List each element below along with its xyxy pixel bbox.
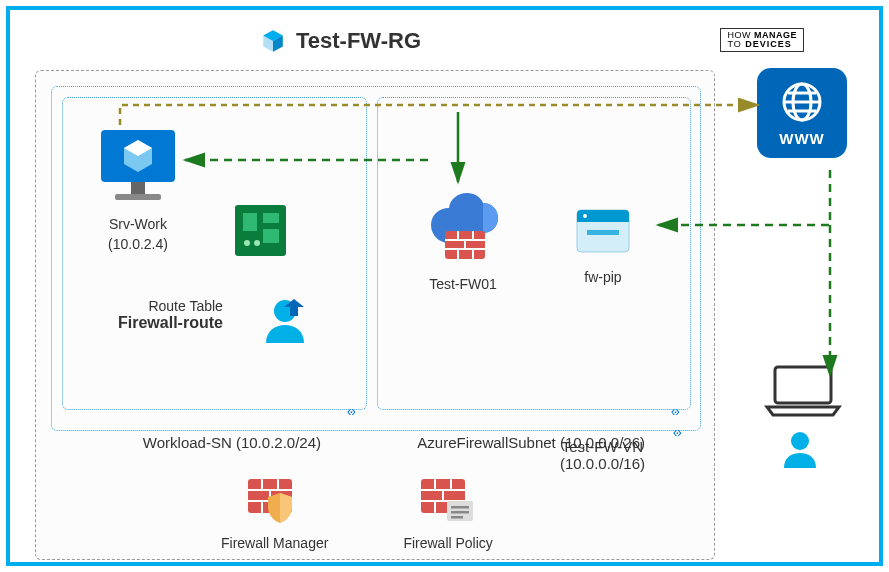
nic-icon-block — [233, 203, 288, 262]
title-bar: Test-FW-RG — [260, 28, 421, 54]
globe-icon — [780, 80, 824, 128]
laptop-icon — [763, 363, 843, 422]
svg-rect-41 — [451, 511, 469, 514]
firewall-manager-block: Firewall Manager — [221, 477, 328, 551]
firewall-name: Test-FW01 — [423, 276, 503, 292]
svg-rect-6 — [263, 229, 279, 243]
www-label: WWW — [779, 130, 824, 147]
svg-point-7 — [244, 240, 250, 246]
firewall-cloud-icon — [423, 254, 503, 271]
vnet-label: Test-FW-VN (10.0.0.0/16) — [560, 438, 645, 472]
svg-rect-42 — [451, 516, 463, 519]
firewall-policy-block: Firewall Policy — [403, 477, 492, 551]
firewall-icon-block: Test-FW01 — [423, 193, 503, 292]
svg-rect-1 — [131, 182, 145, 194]
svg-rect-4 — [243, 213, 257, 231]
route-table-label: Route Table Firewall-route — [118, 298, 223, 332]
watermark-logo: HOW MANAGE TO DEVICES — [720, 28, 804, 52]
svg-rect-20 — [577, 219, 629, 222]
svg-rect-2 — [115, 194, 161, 200]
vm-icon-block: Srv-Work (10.0.2.4) — [93, 128, 183, 252]
firewall-subnet-box: Test-FW01 fw-pip — [377, 97, 691, 410]
nic-icon — [233, 244, 288, 261]
svg-rect-40 — [451, 506, 469, 509]
pip-name: fw-pip — [573, 269, 633, 285]
svg-rect-22 — [587, 230, 619, 235]
pip-icon-block: fw-pip — [573, 206, 633, 285]
firewall-policy-icon — [419, 513, 477, 530]
outer-frame: Test-FW-RG HOW MANAGE TO DEVICES — [6, 6, 883, 566]
user-route-icon — [258, 334, 313, 351]
internet-box: WWW — [757, 68, 847, 158]
bottom-icons-row: Firewall Manager — [221, 477, 493, 551]
vnet-box: Srv-Work (10.0.2.4) — [51, 86, 701, 431]
svg-point-8 — [254, 240, 260, 246]
firewall-manager-icon — [246, 513, 304, 530]
vm-ip: (10.0.2.4) — [93, 236, 183, 252]
vm-name: Srv-Work — [93, 216, 183, 232]
page-title: Test-FW-RG — [296, 28, 421, 54]
svg-point-47 — [791, 432, 809, 450]
vm-icon — [93, 194, 183, 211]
svg-point-21 — [583, 214, 587, 218]
svg-rect-46 — [775, 367, 831, 403]
peering-icon: ‹·› — [673, 424, 680, 440]
resource-group-box: Srv-Work (10.0.2.4) — [35, 70, 715, 560]
public-ip-icon — [573, 247, 633, 264]
workload-subnet-label: Workload-SN (10.0.2.0/24) — [143, 434, 321, 451]
route-user-icon-block — [258, 293, 313, 352]
peering-icon: ‹·› — [347, 403, 354, 419]
external-user-icon — [779, 428, 821, 474]
peering-icon: ‹·› — [671, 403, 678, 419]
workload-subnet-box: Srv-Work (10.0.2.4) — [62, 97, 367, 410]
svg-rect-5 — [263, 213, 279, 223]
resource-group-icon — [260, 28, 286, 54]
